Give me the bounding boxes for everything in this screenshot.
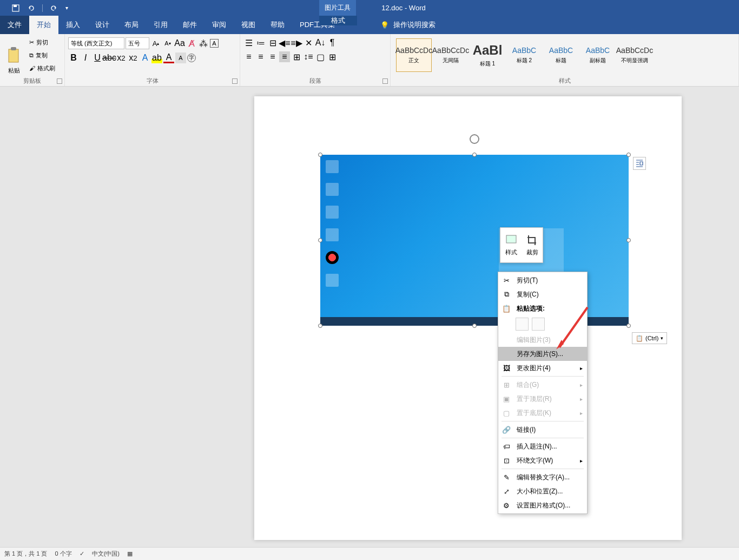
font-launcher[interactable] xyxy=(232,78,237,84)
paste-smart-tag[interactable]: 📋 (Ctrl) ▾ xyxy=(632,332,667,344)
handle-w[interactable] xyxy=(318,238,322,242)
underline-icon[interactable]: U xyxy=(92,52,103,63)
style-item-4[interactable]: AaBbC标题 xyxy=(543,38,579,72)
tab-view[interactable]: 视图 xyxy=(234,16,263,34)
language[interactable]: 中文(中国) xyxy=(92,550,120,558)
handle-s[interactable] xyxy=(472,324,477,328)
cm-format-picture[interactable]: ⚙设置图片格式(O)... xyxy=(498,498,587,512)
cm-save-as-picture[interactable]: 另存为图片(S)... xyxy=(498,347,587,361)
cm-insert-caption[interactable]: 🏷插入题注(N)... xyxy=(498,439,587,453)
style-item-3[interactable]: AaBbC标题 2 xyxy=(506,38,542,72)
style-item-2[interactable]: AaBl标题 1 xyxy=(470,38,505,72)
char-border-icon[interactable]: A xyxy=(210,39,219,48)
bold-icon[interactable]: B xyxy=(68,52,79,63)
handle-n[interactable] xyxy=(472,153,477,157)
word-count[interactable]: 0 个字 xyxy=(55,550,71,558)
save-icon[interactable] xyxy=(12,4,19,12)
superscript-icon[interactable]: x2 xyxy=(128,52,138,63)
multilevel-icon[interactable]: ⊟ xyxy=(267,37,278,48)
page-count[interactable]: 第 1 页，共 1 页 xyxy=(4,550,47,558)
paste-option-1[interactable] xyxy=(516,318,529,331)
tab-help[interactable]: 帮助 xyxy=(263,16,292,34)
tab-format[interactable]: 格式 xyxy=(319,16,357,25)
char-shading-icon[interactable]: A xyxy=(175,52,186,63)
cm-copy[interactable]: ⧉复制(C) xyxy=(498,287,587,301)
cm-cut[interactable]: ✂剪切(T) xyxy=(498,273,587,287)
asian-layout-icon[interactable]: ✕ xyxy=(303,37,314,48)
mini-crop-button[interactable]: 裁剪 xyxy=(522,228,543,262)
handle-ne[interactable] xyxy=(626,153,631,157)
sort-icon[interactable]: A↓ xyxy=(315,37,326,48)
tell-me-search[interactable]: 💡 操作说明搜索 xyxy=(380,16,436,34)
handle-e[interactable] xyxy=(626,238,631,242)
format-painter-button[interactable]: 🖌格式刷 xyxy=(27,62,57,74)
paste-option-2[interactable] xyxy=(532,318,545,331)
cm-wrap-text[interactable]: ⊡环绕文字(W)▸ xyxy=(498,453,587,467)
dec-indent-icon[interactable]: ◀≡ xyxy=(279,37,290,48)
cm-change-picture[interactable]: 🖼更改图片(4)▸ xyxy=(498,361,587,375)
tab-mailings[interactable]: 邮件 xyxy=(175,16,204,34)
cm-edit-alt-text[interactable]: ✎编辑替换文字(A)... xyxy=(498,470,587,484)
cut-button[interactable]: ✂剪切 xyxy=(27,36,57,48)
paste-label: 粘贴 xyxy=(8,67,20,75)
paragraph-launcher[interactable] xyxy=(382,78,388,84)
change-case-icon[interactable]: Aa xyxy=(174,38,185,49)
chevron-right-icon: ▸ xyxy=(580,365,583,371)
align-center-icon[interactable]: ≡ xyxy=(255,51,266,62)
cm-link[interactable]: 🔗链接(I) xyxy=(498,423,587,437)
line-spacing-icon[interactable]: ↕≡ xyxy=(303,51,314,62)
enclose-char-icon[interactable]: 字 xyxy=(187,54,196,62)
proofing-icon[interactable]: ✓ xyxy=(80,550,84,557)
redo-icon[interactable] xyxy=(50,4,58,12)
macro-icon[interactable]: ▦ xyxy=(127,550,133,557)
font-color-icon[interactable]: A xyxy=(163,52,174,63)
handle-sw[interactable] xyxy=(318,324,322,328)
tab-home[interactable]: 开始 xyxy=(29,16,58,34)
show-marks-icon[interactable]: ¶ xyxy=(327,37,338,48)
align-left-icon[interactable]: ≡ xyxy=(243,51,254,62)
distributed-icon[interactable]: ⊞ xyxy=(291,51,302,62)
style-item-1[interactable]: AaBbCcDc无间隔 xyxy=(433,38,469,72)
handle-se[interactable] xyxy=(626,324,631,328)
rotate-handle[interactable] xyxy=(470,134,479,144)
grow-font-icon[interactable]: A▴ xyxy=(150,38,161,49)
subscript-icon[interactable]: x2 xyxy=(116,52,127,63)
copy-button[interactable]: ⧉复制 xyxy=(27,49,57,61)
tab-file[interactable]: 文件 xyxy=(0,16,29,34)
tab-insert[interactable]: 插入 xyxy=(58,16,88,34)
styles-gallery[interactable]: AaBbCcDc正文AaBbCcDc无间隔AaBl标题 1AaBbC标题 2Aa… xyxy=(394,36,735,74)
wrap-icon: ⊡ xyxy=(502,456,511,465)
shrink-font-icon[interactable]: A▾ xyxy=(162,38,173,49)
phonetic-icon[interactable]: ⁂ xyxy=(198,38,209,49)
svg-rect-3 xyxy=(11,47,16,50)
align-right-icon[interactable]: ≡ xyxy=(267,51,278,62)
inc-indent-icon[interactable]: ≡▶ xyxy=(291,37,302,48)
numbering-icon[interactable]: ≔ xyxy=(255,37,266,48)
clear-format-icon[interactable]: A̸ xyxy=(186,38,197,49)
shading-icon[interactable]: ▢ xyxy=(315,51,326,62)
cm-size-position[interactable]: ⤢大小和位置(Z)... xyxy=(498,484,587,498)
group-font: 等线 (西文正文) 五号 A▴ A▾ Aa A̸ ⁂ A B I U abc x… xyxy=(65,34,240,86)
bullets-icon[interactable]: ☰ xyxy=(243,37,254,48)
highlight-icon[interactable]: ab xyxy=(151,52,162,63)
tab-references[interactable]: 引用 xyxy=(146,16,175,34)
strike-icon[interactable]: abc xyxy=(104,52,115,63)
handle-nw[interactable] xyxy=(318,153,322,157)
tab-review[interactable]: 审阅 xyxy=(204,16,234,34)
tab-design[interactable]: 设计 xyxy=(88,16,117,34)
mini-style-button[interactable]: 样式 xyxy=(500,228,522,262)
style-item-0[interactable]: AaBbCcDc正文 xyxy=(396,38,432,72)
italic-icon[interactable]: I xyxy=(80,52,91,63)
clipboard-launcher[interactable] xyxy=(57,78,62,84)
tab-layout[interactable]: 布局 xyxy=(117,16,146,34)
style-item-6[interactable]: AaBbCcDc不明显强调 xyxy=(617,38,652,72)
cm-paste-label: 📋粘贴选项: xyxy=(498,301,587,315)
undo-icon[interactable] xyxy=(27,4,35,12)
borders-icon[interactable]: ⊞ xyxy=(327,51,338,62)
font-name-combo[interactable]: 等线 (西文正文) xyxy=(68,37,124,49)
font-size-combo[interactable]: 五号 xyxy=(126,37,149,49)
justify-icon[interactable]: ≡ xyxy=(279,51,290,62)
layout-options-button[interactable] xyxy=(633,157,646,170)
style-item-5[interactable]: AaBbC副标题 xyxy=(580,38,616,72)
text-effects-icon[interactable]: A xyxy=(140,52,150,63)
